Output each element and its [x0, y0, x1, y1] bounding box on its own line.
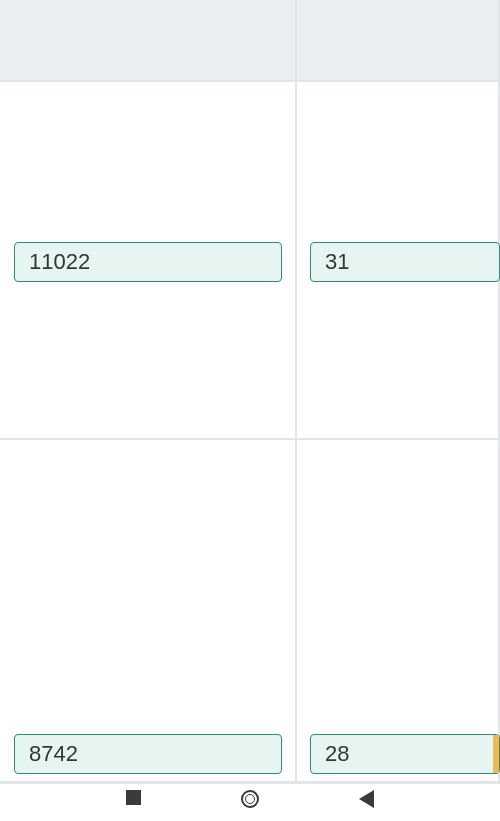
data-row-2: 8742 28: [0, 440, 500, 783]
input-row2-right[interactable]: 28: [310, 734, 500, 774]
input-row1-right[interactable]: 31: [310, 242, 500, 282]
circle-inner-icon: [245, 794, 255, 804]
recent-apps-button[interactable]: [126, 790, 141, 805]
highlight-indicator: [493, 735, 499, 773]
cell-row2-left: 8742: [0, 440, 297, 781]
cell-row2-right: 28: [297, 440, 500, 781]
square-icon: [126, 790, 141, 805]
input-row2-right-value: 28: [325, 741, 349, 767]
input-row2-left[interactable]: 8742: [14, 734, 282, 774]
cell-row1-right: 31: [297, 82, 500, 438]
home-button[interactable]: [241, 790, 259, 808]
data-row-1: 11022 31: [0, 82, 500, 440]
circle-icon: [241, 790, 259, 808]
triangle-back-icon: [359, 790, 374, 808]
input-row1-left[interactable]: 11022: [14, 242, 282, 282]
header-row: [0, 0, 500, 82]
header-cell-right: [297, 0, 500, 80]
data-grid: 11022 31 8742 28: [0, 0, 500, 783]
header-cell-left: [0, 0, 297, 80]
android-navbar: [0, 783, 500, 821]
back-button[interactable]: [359, 790, 374, 808]
cell-row1-left: 11022: [0, 82, 297, 438]
